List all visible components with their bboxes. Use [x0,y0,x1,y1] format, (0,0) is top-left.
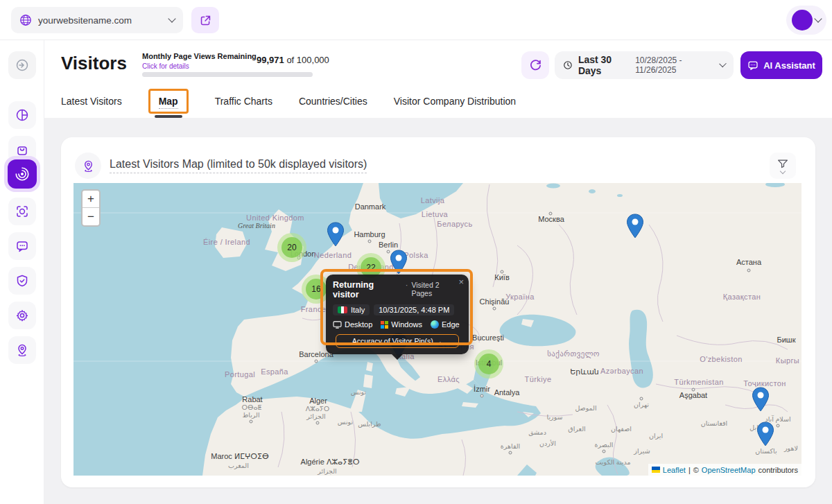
top-bar: yourwebsitename.com [0,0,832,40]
shield-check-icon [15,274,29,288]
italy-flag-icon [338,306,347,313]
external-link-icon [200,15,211,26]
map-filter-button[interactable] [770,153,796,179]
map-canvas[interactable]: + − × Returning visitor · Visited 2 Page… [73,183,801,476]
avatar [792,10,813,31]
tab-bar: Latest Visitors Map Traffic Charts Count… [61,89,516,114]
tab-map-active[interactable]: Map [159,96,178,109]
tab-countries-cities[interactable]: Countries/Cities [299,96,367,107]
visitors-radar-icon [8,159,37,189]
website-name: yourwebsitename.com [38,15,169,26]
popup-visited-pages: Visited 2 Pages [411,281,462,297]
map-city-dot [640,397,643,401]
map-card-title: Latest Visitors Map (limited to 50k disp… [110,158,367,173]
date-range-dates: 10/28/2025 - 11/26/2025 [635,55,713,75]
ai-assistant-button[interactable]: AI Assistant [740,51,822,79]
pageviews-details-link[interactable]: Click for details [142,62,189,70]
desktop-icon [333,321,342,329]
map-city-dot [368,240,372,243]
pageviews-progressbar [142,72,313,77]
map-city-dot [480,394,484,398]
visitor-pin-marker[interactable] [752,387,770,415]
windows-icon [381,321,388,329]
map-pin-badge-icon [75,153,101,179]
map-city-dot [549,212,553,216]
map-city-dot [509,451,512,455]
zoom-in-button[interactable]: + [83,191,99,208]
pageviews-label: Monthly Page Views Remaining [142,52,257,60]
map-tab-annotation-box: Map [148,89,189,114]
open-website-button[interactable] [191,7,219,33]
date-range-label: Last 30 Days [578,54,630,76]
gear-icon [15,309,29,322]
map-attribution: Leaflet | © OpenStreetMap contributors [648,464,801,476]
arrow-right-circle-icon [15,58,29,72]
chevron-down-icon [780,168,786,173]
map-city-dot [603,450,606,453]
popup-browser: Edge [431,320,460,329]
map-card: Latest Visitors Map (limited to 50k disp… [61,137,815,487]
sidebar [0,40,44,504]
sidebar-item-visitors-active[interactable] [4,156,40,192]
app-root: yourwebsitename.com [0,0,832,504]
visitor-pin-marker[interactable] [626,214,644,241]
map-city-dot [493,307,496,311]
accuracy-of-visitor-pins-button[interactable]: Accuracy of Visitor Pin(s) → [336,334,459,348]
map-pin-icon [15,343,29,357]
globe-icon [19,14,32,26]
map-city-dot [501,270,504,274]
popup-os: Windows [381,320,422,329]
sidebar-item-dashboard[interactable] [8,101,36,129]
map-city-dot [316,422,320,425]
visitor-pin-marker[interactable] [756,422,774,449]
visitor-pin-marker[interactable] [327,222,345,250]
refresh-button[interactable] [521,51,549,79]
tab-traffic-charts[interactable]: Traffic Charts [215,96,272,107]
shopping-bag-icon [15,143,29,157]
map-city-dot [777,424,780,428]
funnel-icon [777,159,788,168]
popup-device: Desktop [333,320,372,329]
user-menu[interactable] [786,6,826,35]
openstreetmap-link[interactable]: OpenStreetMap [702,466,756,474]
sidebar-item-behavior[interactable] [8,198,36,225]
sidebar-item-communication[interactable] [8,232,36,260]
chat-bubble-icon [15,239,29,253]
sidebar-item-settings[interactable] [8,302,36,329]
edge-icon [431,320,439,329]
chat-icon [747,60,759,71]
sidebar-item-location[interactable] [8,336,36,364]
chevron-down-icon [814,15,822,22]
visitor-pin-marker[interactable] [390,250,408,277]
tab-latest-visitors[interactable]: Latest Visitors [61,96,122,107]
ukraine-flag-icon [652,467,660,473]
popup-title: Returning visitor [333,280,402,299]
map-zoom-control: + − [81,189,101,227]
visitor-popup: × Returning visitor · Visited 2 Pages It… [326,275,469,354]
page-title: Visitors [61,53,127,74]
chevron-down-icon [168,15,175,22]
refresh-icon [529,59,542,72]
zoom-out-button[interactable]: − [83,208,99,225]
date-range-selector[interactable]: Last 30 Days 10/28/2025 - 11/26/2025 [555,51,734,79]
popup-datetime-chip: 10/31/2025, 4:48 PM [374,304,454,315]
tab-visitor-company-distribution[interactable]: Visitor Company Distribution [394,96,516,107]
pie-chart-icon [15,108,29,122]
ai-assistant-label: AI Assistant [763,60,815,71]
close-icon[interactable]: × [458,277,464,287]
visitor-cluster-marker[interactable]: 4 [474,349,503,379]
map-city-dot [250,420,253,424]
sidebar-collapse-toggle[interactable] [8,51,36,79]
map-city-dot [315,360,318,363]
map-city-dot [747,269,751,272]
pageviews-progress-fill [142,72,313,77]
visitor-cluster-marker[interactable]: 20 [277,233,306,262]
leaflet-link[interactable]: Leaflet [663,466,686,474]
chevron-down-icon [719,60,727,68]
popup-country-chip: Italy [333,304,370,315]
focus-icon [15,205,29,218]
sidebar-item-privacy[interactable] [8,267,36,295]
clock-icon [563,60,573,71]
map-city-dot [692,388,695,392]
website-selector[interactable]: yourwebsitename.com [11,7,183,33]
